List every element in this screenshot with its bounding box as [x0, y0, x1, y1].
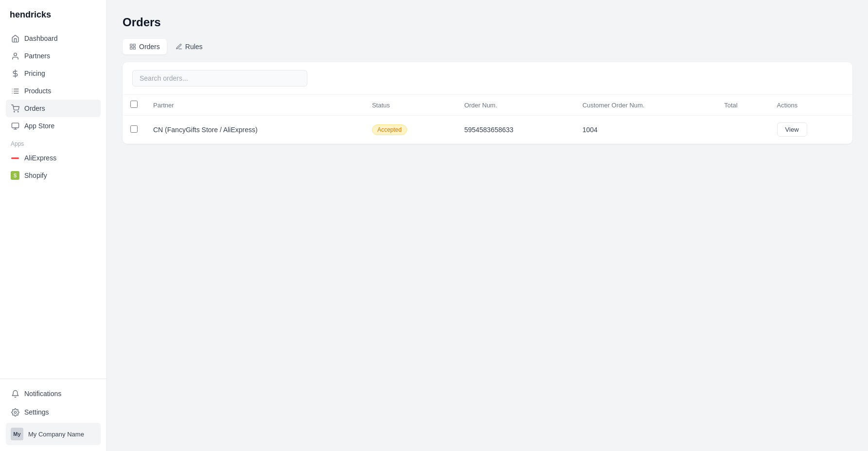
avatar: My: [11, 428, 23, 440]
tab-orders-label: Orders: [139, 43, 160, 51]
sidebar-item-label: Settings: [24, 408, 49, 416]
sidebar-item-app-store[interactable]: App Store: [6, 117, 101, 135]
table-header-row: Partner Status Order Num. Customer Order…: [123, 95, 852, 116]
shopping-cart-icon: [11, 104, 19, 113]
header-customer-order-num: Customer Order Num.: [575, 95, 717, 116]
company-badge[interactable]: My My Company Name: [6, 423, 101, 445]
svg-rect-16: [130, 47, 132, 49]
search-input[interactable]: [132, 70, 307, 87]
row-total: [716, 116, 769, 144]
sidebar-logo: hendricks: [0, 0, 106, 28]
sidebar-item-notifications[interactable]: Notifications: [6, 385, 101, 402]
sidebar-item-products[interactable]: Products: [6, 82, 101, 100]
sidebar-item-orders[interactable]: Orders: [6, 100, 101, 117]
svg-point-0: [14, 53, 17, 56]
table-row: CN (FancyGifts Store / AliExpress) Accep…: [123, 116, 852, 144]
status-badge: Accepted: [372, 124, 407, 135]
svg-point-13: [14, 411, 16, 413]
sidebar-item-label: Products: [24, 87, 51, 95]
sidebar-item-label: AliExpress: [24, 154, 56, 162]
sidebar-item-pricing[interactable]: Pricing: [6, 65, 101, 82]
sidebar-item-label: App Store: [24, 122, 54, 130]
svg-point-8: [14, 111, 14, 112]
row-checkbox[interactable]: [130, 125, 138, 133]
company-name: My Company Name: [28, 431, 84, 438]
header-order-num: Order Num.: [457, 95, 575, 116]
orders-table-card: Partner Status Order Num. Customer Order…: [123, 62, 852, 144]
view-button[interactable]: View: [777, 122, 807, 137]
sidebar-bottom: Notifications Settings My My Company Nam…: [0, 379, 106, 451]
row-actions: View: [769, 116, 852, 144]
list-icon: [11, 87, 19, 95]
svg-rect-15: [133, 44, 135, 46]
svg-point-9: [18, 111, 18, 112]
user-icon: [11, 52, 19, 60]
row-checkbox-cell: [123, 116, 145, 144]
sidebar-item-shopify[interactable]: S Shopify: [6, 167, 101, 184]
sidebar-item-label: Shopify: [24, 172, 47, 179]
sidebar-item-settings[interactable]: Settings: [6, 403, 101, 421]
tab-rules[interactable]: Rules: [169, 39, 210, 54]
aliexpress-icon: [11, 154, 19, 162]
apps-section-label: Apps: [6, 135, 101, 149]
tab-orders[interactable]: Orders: [123, 39, 167, 54]
header-actions: Actions: [769, 95, 852, 116]
page-title: Orders: [123, 16, 852, 29]
row-partner: CN (FancyGifts Store / AliExpress): [145, 116, 364, 144]
sidebar-nav: Dashboard Partners Pricing: [0, 28, 106, 379]
sidebar-item-label: Notifications: [24, 390, 61, 398]
main-content: Orders Orders Rules: [107, 0, 868, 451]
sidebar-item-dashboard[interactable]: Dashboard: [6, 30, 101, 47]
sidebar-item-label: Dashboard: [24, 35, 58, 42]
header-status: Status: [364, 95, 457, 116]
svg-rect-10: [12, 123, 18, 128]
header-total: Total: [716, 95, 769, 116]
search-bar: [123, 62, 852, 95]
svg-rect-14: [130, 44, 132, 46]
bell-icon: [11, 389, 19, 398]
sidebar: hendricks Dashboard Partners: [0, 0, 107, 451]
svg-rect-17: [133, 47, 135, 49]
sidebar-item-label: Partners: [24, 52, 50, 60]
sidebar-item-partners[interactable]: Partners: [6, 47, 101, 65]
sidebar-item-label: Pricing: [24, 69, 45, 77]
rules-icon: [176, 43, 182, 50]
grid-icon: [129, 43, 136, 50]
tab-rules-label: Rules: [185, 43, 203, 51]
sidebar-item-aliexpress[interactable]: AliExpress: [6, 149, 101, 167]
row-customer-order-num: 1004: [575, 116, 717, 144]
select-all-checkbox[interactable]: [130, 101, 138, 108]
store-icon: [11, 121, 19, 130]
header-partner: Partner: [145, 95, 364, 116]
orders-table: Partner Status Order Num. Customer Order…: [123, 95, 852, 144]
content-area: Orders Orders Rules: [107, 0, 868, 451]
tabs-bar: Orders Rules: [123, 39, 852, 54]
sidebar-item-label: Orders: [24, 104, 45, 112]
gear-icon: [11, 408, 19, 416]
shopify-icon: S: [11, 171, 19, 180]
row-order-num: 5954583658633: [457, 116, 575, 144]
header-checkbox-cell: [123, 95, 145, 116]
row-status: Accepted: [364, 116, 457, 144]
dollar-icon: [11, 69, 19, 78]
home-icon: [11, 34, 19, 43]
